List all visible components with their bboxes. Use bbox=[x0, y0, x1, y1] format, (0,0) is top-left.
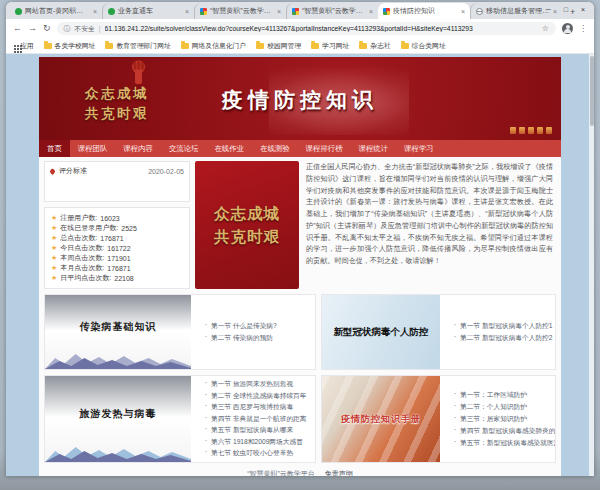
stat-row: 本周点击次数: 171901 bbox=[51, 253, 183, 263]
folder-icon bbox=[44, 43, 52, 49]
card-image-title: 新型冠状病毒个人防控 bbox=[334, 326, 429, 339]
info-icon[interactable]: ⓘ bbox=[64, 24, 71, 34]
folder-icon bbox=[359, 43, 367, 49]
fist-icon bbox=[125, 58, 151, 85]
bookmark-item[interactable]: 教育管理部门网址 bbox=[105, 41, 170, 51]
bookmark-label: 教育管理部门网址 bbox=[116, 41, 170, 51]
security-label: 不安全 bbox=[74, 24, 94, 34]
nav-item[interactable]: 交流论坛 bbox=[161, 140, 207, 157]
tab-close-icon[interactable]: × bbox=[369, 8, 373, 15]
star-icon bbox=[51, 254, 57, 262]
stat-row: 在线已登录用户数: 2525 bbox=[51, 223, 183, 233]
stat-value: 171901 bbox=[107, 255, 130, 262]
chapter-link[interactable]: 第一节：工作区域防护 bbox=[453, 391, 556, 400]
stat-value: 16023 bbox=[100, 215, 119, 222]
bookmarks-bar: 应用 各类学校网址 教育管理部门网址 网络及信息化门户 bbox=[6, 38, 594, 54]
chapter-link[interactable]: 第五节 新型冠状病毒从哪来 bbox=[204, 426, 312, 435]
url-divider: | bbox=[99, 25, 101, 32]
browser-tab[interactable]: “智慧黄职”云教学平台 × bbox=[286, 3, 378, 19]
browser-tab[interactable]: “智慧黄职”云教学平台 × bbox=[194, 3, 286, 19]
notice-date: 2020-02-05 bbox=[148, 168, 184, 175]
chapter-link[interactable]: 第二节 全球性流感病毒持续百年 bbox=[204, 392, 312, 401]
reload-icon[interactable]: ↻ bbox=[43, 24, 51, 33]
tab-close-icon[interactable]: × bbox=[461, 8, 465, 15]
chapter-link[interactable]: 第一节 什么是传染病? bbox=[204, 322, 312, 331]
tab-close-icon[interactable]: × bbox=[185, 8, 189, 15]
tab-favicon bbox=[108, 8, 115, 15]
close-button[interactable]: × bbox=[581, 6, 585, 13]
scrollbar-thumb[interactable] bbox=[590, 56, 594, 126]
bookmark-item[interactable]: 各类学校网址 bbox=[44, 41, 96, 51]
page-scrollbar[interactable] bbox=[589, 54, 594, 476]
bookmark-item[interactable]: 杂志社 bbox=[359, 41, 390, 51]
folder-icon bbox=[401, 43, 409, 49]
stat-row: 日平均点击次数: 22108 bbox=[51, 273, 183, 283]
stat-row: 今日点击次数: 161722 bbox=[51, 243, 183, 253]
tab-close-icon[interactable]: × bbox=[277, 8, 281, 15]
tab-favicon bbox=[476, 8, 483, 15]
bookmark-item[interactable]: 综合类网址 bbox=[401, 41, 446, 51]
tab-bar: 网站首页-黄冈职业技术学院 × 业务直通车 × “智慧黄职”云教学平台 × bbox=[6, 2, 594, 19]
apps-button[interactable]: 应用 bbox=[14, 41, 34, 51]
card-image-travel[interactable]: 旅游发热与病毒 bbox=[45, 376, 191, 462]
nav-item[interactable]: 首页 bbox=[39, 140, 70, 157]
pin-icon bbox=[49, 167, 56, 174]
notice-link[interactable]: 评分标准 bbox=[59, 166, 87, 176]
course-cards: 传染病基础知识 第一节 什么是传染病?第二节 传染病的预防 bbox=[44, 294, 556, 463]
nav-item[interactable]: 课程学习 bbox=[396, 140, 442, 157]
browser-tab[interactable]: 疫情防控知识 × bbox=[378, 3, 470, 19]
stat-value: 22108 bbox=[114, 275, 133, 282]
nav-item[interactable]: 课程团队 bbox=[70, 140, 116, 157]
nav-item[interactable]: 在线作业 bbox=[206, 140, 252, 157]
browser-window: 网站首页-黄冈职业技术学院 × 业务直通车 × “智慧黄职”云教学平台 × bbox=[6, 2, 594, 476]
mountains-graphic bbox=[45, 349, 191, 369]
card-image-personal[interactable]: 新型冠状病毒个人防控 bbox=[322, 295, 440, 369]
seal-icon bbox=[537, 127, 543, 134]
card-image-title: 疫情防控知识手册 bbox=[341, 413, 421, 426]
nav-item[interactable]: 课程内容 bbox=[115, 140, 161, 157]
bookmark-item[interactable]: 学习网址 bbox=[311, 41, 349, 51]
chapter-link[interactable]: 第一节 旅游回来发热别忽视 bbox=[204, 380, 312, 389]
seal-icon bbox=[528, 127, 534, 134]
browser-menu-icon[interactable]: ⋮ bbox=[579, 24, 587, 33]
tab-title: “智慧黄职”云教学平台 bbox=[302, 6, 366, 16]
apps-label: 应用 bbox=[20, 41, 34, 51]
chapter-link[interactable]: 第三节：居家知识防护 bbox=[453, 415, 556, 424]
nav-item[interactable]: 课程统计 bbox=[351, 140, 397, 157]
chapter-link[interactable]: 第四节 新型冠状病毒感染肺炎的预防 bbox=[453, 427, 556, 436]
bookmark-item[interactable]: 网络及信息化门户 bbox=[181, 41, 246, 51]
chapter-link[interactable]: 第四节 非典就是一个航班的距离 bbox=[204, 415, 312, 424]
chapter-link[interactable]: 第六节 1918和2009两场大感冒 bbox=[204, 438, 312, 447]
chapter-link[interactable]: 第三节 西尼罗与埃博拉病毒 bbox=[204, 403, 312, 412]
card-image-manual[interactable]: 疫情防控知识手册 bbox=[322, 376, 440, 462]
chapter-link[interactable]: 第五节：新型冠状病毒感染就医流程 bbox=[453, 439, 556, 448]
address-bar: ← → ↻ ⓘ 不安全 | 61.136.241.22/suite/solver… bbox=[6, 19, 594, 38]
course-banner: 众志成城 共克时艰 疫情防控知识 bbox=[39, 57, 561, 140]
browser-tab[interactable]: 业务直通车 × bbox=[102, 3, 194, 19]
stat-label: 总点击次数: bbox=[60, 233, 97, 243]
chapter-link[interactable]: 第二节 传染病的预防 bbox=[204, 334, 312, 343]
nav-item[interactable]: 课程排行榜 bbox=[298, 140, 351, 157]
course-intro-text: 正值全国人民同心协力、全力抗击“新型冠状病毒肺炎”之际，我校增设了《疫情防控知识… bbox=[304, 161, 556, 289]
back-icon[interactable]: ← bbox=[13, 24, 22, 33]
stat-label: 今日点击次数: bbox=[60, 243, 104, 253]
card-image-title: 传染病基础知识 bbox=[80, 320, 157, 334]
maximize-button[interactable]: □ bbox=[564, 6, 568, 13]
tab-close-icon[interactable]: × bbox=[93, 8, 97, 15]
profile-avatar[interactable] bbox=[562, 23, 573, 34]
chapter-link[interactable]: 第二节：个人知识防护 bbox=[453, 403, 556, 412]
footer-disclaimer-link[interactable]: 免责声明 bbox=[325, 469, 353, 476]
card-image-infectious[interactable]: 传染病基础知识 bbox=[45, 295, 191, 369]
chapter-link[interactable]: 第二节 新型冠状病毒个人防控2 bbox=[453, 334, 553, 343]
nav-item[interactable]: 在线测验 bbox=[252, 140, 298, 157]
chapter-link[interactable]: 第一节 新型冠状病毒个人防控1 bbox=[453, 322, 553, 331]
minimize-button[interactable]: ─ bbox=[546, 6, 551, 13]
bookmark-star-icon[interactable]: ☆ bbox=[542, 24, 549, 33]
chapter-link[interactable]: 第七节 蚊虫叮咬小心登革热 bbox=[204, 449, 312, 458]
browser-tab[interactable]: 网站首页-黄冈职业技术学院 × bbox=[10, 3, 102, 19]
url-input[interactable]: ⓘ 不安全 | 61.136.241.22/suite/solver/class… bbox=[57, 22, 556, 35]
forward-icon[interactable]: → bbox=[28, 24, 37, 33]
bookmark-item[interactable]: 校园网管理 bbox=[256, 41, 301, 51]
stat-label: 本周点击次数: bbox=[60, 253, 104, 263]
poster-line2: 共克时艰 bbox=[214, 225, 280, 248]
